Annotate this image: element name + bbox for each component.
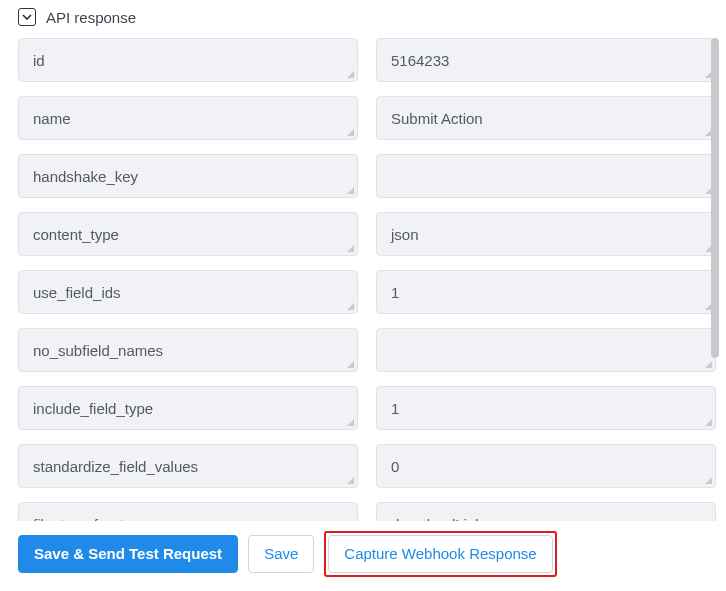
- field-value-input[interactable]: 5164233: [376, 38, 716, 82]
- capture-webhook-response-button[interactable]: Capture Webhook Response: [328, 535, 552, 573]
- section-header: API response: [0, 0, 726, 32]
- field-key-text: standardize_field_values: [33, 458, 198, 475]
- field-row: no_subfield_names: [18, 328, 716, 372]
- field-value-input[interactable]: json: [376, 212, 716, 256]
- field-row: content_type json: [18, 212, 716, 256]
- field-value-text: 0: [391, 458, 399, 475]
- field-value-text: 5164233: [391, 52, 449, 69]
- field-key-text: handshake_key: [33, 168, 138, 185]
- field-value-input[interactable]: 1: [376, 386, 716, 430]
- field-value-input[interactable]: [376, 328, 716, 372]
- field-key-input[interactable]: no_subfield_names: [18, 328, 358, 372]
- field-value-input[interactable]: [376, 154, 716, 198]
- field-row: standardize_field_values 0: [18, 444, 716, 488]
- field-key-text: id: [33, 52, 45, 69]
- field-value-input[interactable]: 1: [376, 270, 716, 314]
- field-key-input[interactable]: include_field_type: [18, 386, 358, 430]
- field-key-input[interactable]: use_field_ids: [18, 270, 358, 314]
- footer-actions: Save & Send Test Request Save Capture We…: [0, 521, 726, 591]
- field-key-text: no_subfield_names: [33, 342, 163, 359]
- field-key-input[interactable]: name: [18, 96, 358, 140]
- field-key-input[interactable]: id: [18, 38, 358, 82]
- collapse-toggle[interactable]: [18, 8, 36, 26]
- field-row: handshake_key: [18, 154, 716, 198]
- field-key-input[interactable]: handshake_key: [18, 154, 358, 198]
- scrollbar-thumb[interactable]: [711, 38, 719, 358]
- scrollbar[interactable]: [710, 38, 720, 526]
- field-key-text: content_type: [33, 226, 119, 243]
- field-value-input[interactable]: Submit Action: [376, 96, 716, 140]
- field-value-input[interactable]: 0: [376, 444, 716, 488]
- field-row: include_field_type 1: [18, 386, 716, 430]
- highlight-annotation: Capture Webhook Response: [324, 531, 556, 577]
- save-send-test-request-button[interactable]: Save & Send Test Request: [18, 535, 238, 573]
- response-scroll-area: id 5164233 name Submit Action handshake_…: [0, 32, 726, 532]
- save-button[interactable]: Save: [248, 535, 314, 573]
- field-key-text: name: [33, 110, 71, 127]
- chevron-down-icon: [22, 12, 32, 22]
- field-key-input[interactable]: standardize_field_values: [18, 444, 358, 488]
- field-value-text: 1: [391, 284, 399, 301]
- field-key-input[interactable]: content_type: [18, 212, 358, 256]
- field-row: use_field_ids 1: [18, 270, 716, 314]
- field-row: name Submit Action: [18, 96, 716, 140]
- field-value-text: json: [391, 226, 419, 243]
- section-title: API response: [46, 9, 136, 26]
- response-fields-list: id 5164233 name Submit Action handshake_…: [0, 32, 720, 532]
- field-value-text: Submit Action: [391, 110, 483, 127]
- field-value-text: 1: [391, 400, 399, 417]
- field-key-text: include_field_type: [33, 400, 153, 417]
- field-row: id 5164233: [18, 38, 716, 82]
- field-key-text: use_field_ids: [33, 284, 121, 301]
